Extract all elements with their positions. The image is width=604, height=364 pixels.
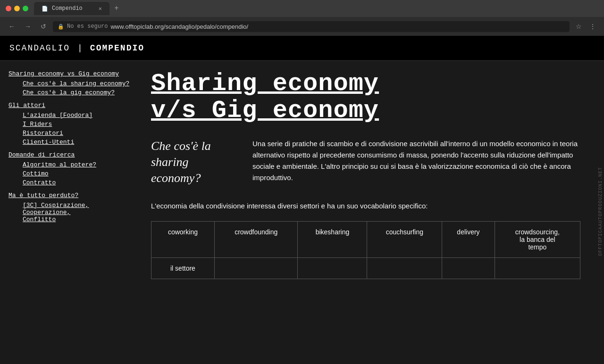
site-body: Sharing economy vs Gig economy Che cos'è… xyxy=(0,61,604,363)
sidebar-item-3c[interactable]: [3C] Cospirazione,Cooperazione,Conflitto xyxy=(8,202,133,223)
sidebar: Sharing economy vs Gig economy Che cos'è… xyxy=(0,61,142,363)
vocab-cell-settore: il settore xyxy=(151,257,215,279)
vocab-cell-coworking: coworking xyxy=(151,221,215,257)
security-label: No es seguro xyxy=(67,23,108,30)
back-button[interactable]: ← xyxy=(6,22,18,31)
forward-button[interactable]: → xyxy=(22,22,34,31)
sidebar-item-cottimo[interactable]: Cottimo xyxy=(8,170,133,177)
site-title-sub[interactable]: COMPENDIO xyxy=(90,43,144,53)
site-header: SCANDAGLIO | COMPENDIO xyxy=(0,36,604,61)
vocab-cell-r2-5 xyxy=(442,257,495,279)
content-intro-section: Che cos'è la sharing economy? Una serie … xyxy=(151,138,580,186)
vocab-cell-couchsurfing: couchsurfing xyxy=(367,221,442,257)
browser-titlebar: 📄 Compendio ✕ + xyxy=(0,0,604,17)
sidebar-item-sharing-vs-gig[interactable]: Sharing economy vs Gig economy xyxy=(8,70,133,77)
tab-favicon-icon: 📄 xyxy=(42,6,48,12)
dot-minimize[interactable] xyxy=(14,6,20,11)
vocab-cell-r2-3 xyxy=(298,257,367,279)
page-heading: Sharing economyv/s Gig economy xyxy=(151,70,580,124)
address-bar-container: 🔒 No es seguro xyxy=(53,21,570,32)
bookmark-icon[interactable]: ☆ xyxy=(573,21,584,32)
sidebar-section-attori: Gli attori L'azienda [Foodora] I Riders … xyxy=(8,102,133,146)
vocab-cell-bikesharing: bikesharing xyxy=(298,221,367,257)
browser-dots xyxy=(6,6,28,11)
sidebar-item-algoritmo[interactable]: Algoritmo al potere? xyxy=(8,161,133,168)
vocab-cell-r2-2 xyxy=(214,257,298,279)
toolbar-right: ☆ ⋮ xyxy=(573,21,598,32)
address-bar-input[interactable] xyxy=(110,23,565,30)
sidebar-item-domande[interactable]: Domande di ricerca xyxy=(8,151,133,158)
vocab-cell-delivery: delivery xyxy=(442,221,495,257)
site-title-sep: | xyxy=(77,43,83,53)
main-content: Sharing economyv/s Gig economy Che cos'è… xyxy=(142,61,595,363)
vocab-table: coworking crowdfounding bikesharing couc… xyxy=(151,221,580,279)
sidebar-section-tutto: Ma è tutto perduto? [3C] Cospirazione,Co… xyxy=(8,192,133,223)
browser-tab-active[interactable]: 📄 Compendio ✕ xyxy=(34,2,109,15)
browser-tabs: 📄 Compendio ✕ + xyxy=(34,2,579,15)
right-sidebar: OFFTOPICAAUTOPRODUZIONI.NET xyxy=(595,61,604,363)
browser-chrome: 📄 Compendio ✕ + ← → ↺ 🔒 No es seguro ☆ ⋮ xyxy=(0,0,604,36)
menu-icon[interactable]: ⋮ xyxy=(587,21,598,32)
new-tab-button[interactable]: + xyxy=(109,2,124,15)
sidebar-item-tutto-perduto[interactable]: Ma è tutto perduto? xyxy=(8,192,133,199)
sidebar-item-clienti[interactable]: Clienti-Utenti xyxy=(8,139,133,146)
vocab-row-1: coworking crowdfounding bikesharing couc… xyxy=(151,221,580,257)
browser-toolbar: ← → ↺ 🔒 No es seguro ☆ ⋮ xyxy=(0,17,604,36)
section-paragraph1: Una serie di pratiche di scambio e di co… xyxy=(252,138,580,186)
sidebar-item-gli-attori[interactable]: Gli attori xyxy=(8,102,133,109)
sidebar-section-domande: Domande di ricerca Algoritmo al potere? … xyxy=(8,151,133,186)
dot-maximize[interactable] xyxy=(23,6,28,11)
vertical-text: OFFTOPICAAUTOPRODUZIONI.NET xyxy=(598,167,603,256)
sidebar-item-gig-def[interactable]: Che cos'è la gig economy? xyxy=(8,89,133,96)
sidebar-item-azienda[interactable]: L'azienda [Foodora] xyxy=(8,112,133,119)
vocab-row-2: il settore xyxy=(151,257,580,279)
vocab-cell-r2-6 xyxy=(495,257,580,279)
vocab-cell-crowdsourcing: crowdsourcing,la banca deltempo xyxy=(495,221,580,257)
sidebar-section-sharing-economy: Sharing economy vs Gig economy Che cos'è… xyxy=(8,70,133,96)
security-icon: 🔒 xyxy=(58,24,64,30)
section-paragraph2: L'economia della condivisione interessa … xyxy=(151,200,580,212)
dot-close[interactable] xyxy=(6,6,11,11)
site-title-main[interactable]: SCANDAGLIO xyxy=(9,43,70,53)
sidebar-item-sharing-def[interactable]: Che cos'è la sharing economy? xyxy=(8,80,133,87)
sidebar-item-riders[interactable]: I Riders xyxy=(8,121,133,128)
sidebar-item-contratto[interactable]: Contratto xyxy=(8,179,133,186)
tab-close-icon[interactable]: ✕ xyxy=(99,5,102,12)
section-question: Che cos'è la sharing economy? xyxy=(151,138,238,186)
vocab-cell-r2-4 xyxy=(367,257,442,279)
vocab-cell-crowdfounding: crowdfounding xyxy=(214,221,298,257)
reload-button[interactable]: ↺ xyxy=(38,22,49,31)
tab-title: Compendio xyxy=(52,5,83,12)
sidebar-item-ristoratori[interactable]: Ristoratori xyxy=(8,130,133,137)
